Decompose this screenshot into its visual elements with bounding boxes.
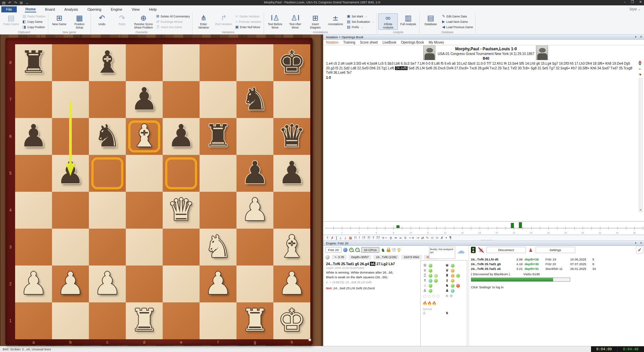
annotation-symbol-12[interactable]: +− bbox=[382, 236, 387, 240]
notation-tab-notation[interactable]: Notation bbox=[326, 41, 338, 45]
tab-board[interactable]: Board bbox=[44, 7, 55, 12]
notation-tab-livebook[interactable]: LiveBook bbox=[382, 41, 396, 45]
annotation-symbol-25[interactable]: ¶ bbox=[449, 236, 451, 240]
cloud-icon[interactable]: ☁ bbox=[457, 246, 465, 255]
panel-close-icon[interactable]: ✕ bbox=[640, 35, 642, 39]
tab-engine[interactable]: Engine bbox=[110, 7, 123, 12]
square-b1[interactable] bbox=[52, 302, 89, 339]
ribbon-button-exchange-moves[interactable]: ⇄Exchange Moves bbox=[155, 19, 191, 24]
square-b3[interactable] bbox=[52, 229, 89, 266]
tab-analysis[interactable]: Analysis bbox=[64, 7, 79, 12]
square-f1[interactable] bbox=[200, 302, 236, 339]
ribbon-button-paste-position[interactable]: ▥Paste Position bbox=[21, 14, 47, 19]
ribbon-button-copy-position[interactable]: ◨Copy Position bbox=[21, 24, 47, 30]
ribbon-button-insert-diagram[interactable]: ⊞Insert Diagram bbox=[306, 13, 325, 30]
ribbon-button-new-game[interactable]: ⊞New Game bbox=[50, 13, 69, 27]
square-h4[interactable] bbox=[273, 192, 310, 229]
annotation-symbol-3[interactable]: ⊥ bbox=[339, 236, 342, 240]
square-d2[interactable] bbox=[126, 266, 163, 302]
square-d5[interactable] bbox=[126, 155, 163, 192]
black-pawn-g5[interactable]: ♟ bbox=[236, 155, 273, 192]
square-d4[interactable] bbox=[126, 192, 163, 229]
square-d8[interactable] bbox=[126, 44, 163, 81]
blue-sphere-icon[interactable] bbox=[343, 248, 347, 252]
ribbon-button-copy-game[interactable]: ◧Copy Game bbox=[21, 19, 47, 24]
square-a5[interactable] bbox=[15, 155, 52, 192]
square-f8[interactable] bbox=[200, 44, 236, 81]
jump-back-icon[interactable]: ⇐ bbox=[639, 67, 641, 71]
annotation-symbol-19[interactable]: ⇄ bbox=[421, 236, 424, 240]
annotation-symbol-10[interactable]: ? bbox=[372, 236, 374, 240]
ribbon-button-delete-variation[interactable]: ⨯Delete Variation bbox=[234, 14, 262, 19]
black-knight-c6[interactable]: ♞ bbox=[89, 118, 126, 155]
black-rook-a8[interactable]: ♜ bbox=[15, 44, 52, 81]
scroll-down-icon[interactable]: ▼ bbox=[639, 209, 642, 212]
annotation-symbol-2[interactable]: ] bbox=[336, 236, 337, 240]
annotation-symbol-9[interactable]: ?! bbox=[367, 236, 370, 240]
white-knight-f3[interactable]: ♞ bbox=[200, 229, 236, 266]
white-pawn-c2[interactable]: ♟ bbox=[89, 266, 126, 302]
square-c3[interactable] bbox=[89, 229, 126, 266]
ribbon-button-text-after-move[interactable]: ♙IText After Move bbox=[285, 13, 305, 30]
tab-view[interactable]: View bbox=[131, 7, 140, 12]
dropdown-arrow-icon[interactable]: ⌄ bbox=[372, 20, 374, 23]
dropdown-arrow-icon[interactable]: ⌄ bbox=[365, 15, 367, 18]
panel-dropdown-icon[interactable]: ▾ bbox=[635, 35, 637, 39]
ribbon-button-database[interactable]: ▤Database bbox=[421, 13, 440, 27]
ribbon-button-insert-into-game[interactable]: ☰Insert Into Game bbox=[155, 24, 191, 30]
annotation-symbol-15[interactable]: ∞ bbox=[399, 236, 402, 240]
notation-tab-openings-book[interactable]: Openings Book bbox=[401, 41, 424, 45]
notation-tab-my-moves[interactable]: My Moves bbox=[429, 41, 444, 45]
ribbon-button-resolve-score-sheet-problem[interactable]: ⊕Resolve Score Sheet Problem bbox=[132, 13, 155, 30]
cloud-analysis-row-2[interactable]: 24...Txf6 25.Tad1 a53.21depth=31Stockfis… bbox=[471, 266, 602, 271]
white-rook-d1[interactable]: ♜ bbox=[126, 302, 163, 339]
square-e2[interactable] bbox=[163, 266, 200, 302]
ribbon-button-position-setup[interactable]: ▦Position Setup bbox=[70, 13, 89, 30]
maximize-icon[interactable]: ❐ bbox=[631, 0, 634, 4]
current-move[interactable]: 24.exf6 bbox=[395, 66, 408, 70]
ribbon-button-set-mark[interactable]: ▣Set Mark⌄ bbox=[346, 14, 375, 19]
black-pawn-h5[interactable]: ♟ bbox=[273, 155, 310, 192]
kibitzer-icon[interactable]: ♟ bbox=[529, 247, 533, 253]
annotation-symbol-20[interactable]: ✎ bbox=[426, 236, 429, 240]
cloud-analysis-rows[interactable]: 24...Txf6 25.Lf4 d52.99depth=26Fritz 191… bbox=[471, 257, 602, 271]
black-knight-g7[interactable]: ♞ bbox=[236, 81, 273, 118]
engine-main-line[interactable]: 24...Txf6 25.Tad1 g5 26.g4 b5 27.Lg2 Lb7 bbox=[326, 262, 417, 266]
black-pawn-d7[interactable]: ♟ bbox=[126, 81, 163, 118]
bulb-icon[interactable] bbox=[397, 248, 400, 251]
annotation-symbol-4[interactable]: ⊥ bbox=[344, 236, 347, 240]
square-g6[interactable] bbox=[236, 118, 273, 155]
white-king-h1[interactable]: ♚ bbox=[273, 302, 310, 339]
ribbon-button-redo[interactable]: ↷Redo bbox=[112, 13, 132, 27]
engine-panel-header[interactable]: Engine: Fritz 20 ▾✕ bbox=[323, 241, 644, 246]
notation-scrollbar[interactable]: ▼ bbox=[639, 78, 643, 212]
square-b8[interactable] bbox=[52, 44, 89, 81]
engine-not-line[interactable]: Not: 24...Se8 25.Lf4 Sxf6 26.Dxc6 bbox=[326, 286, 417, 290]
square-e8[interactable] bbox=[163, 44, 200, 81]
knight-icon[interactable]: ♞ bbox=[381, 248, 385, 252]
annotation-symbol-24[interactable]: • bbox=[445, 236, 447, 240]
notation-tab-training[interactable]: Training bbox=[343, 41, 355, 45]
profile-bar-move-10[interactable] bbox=[396, 225, 399, 228]
black-pawn-e6[interactable]: ♟ bbox=[163, 118, 200, 155]
annotation-symbol-0[interactable]: ↑ bbox=[326, 236, 329, 240]
annotation-symbol-14[interactable]: = bbox=[394, 236, 397, 240]
ribbon-button-load-previous-game[interactable]: ◀Load Previous Game bbox=[441, 24, 474, 30]
tab-opening[interactable]: Opening bbox=[87, 7, 102, 12]
annotation-symbol-17[interactable]: −+ bbox=[409, 236, 415, 240]
square-a7[interactable] bbox=[15, 81, 52, 118]
square-f5[interactable] bbox=[200, 155, 236, 192]
annotation-symbol-11[interactable]: ?? bbox=[376, 236, 380, 240]
square-b6[interactable] bbox=[52, 118, 89, 155]
annotation-symbol-8[interactable]: !? bbox=[362, 236, 365, 240]
annotation-symbol-21[interactable]: ✩ bbox=[431, 236, 433, 240]
square-b7[interactable] bbox=[52, 81, 89, 118]
engine-disabled-icon[interactable]: ▣ bbox=[478, 247, 484, 253]
black-rook-f6[interactable]: ♜ bbox=[200, 118, 236, 155]
magnifier-minus-icon[interactable]: − bbox=[355, 248, 360, 252]
minimize-icon[interactable]: – bbox=[624, 0, 626, 4]
settings-button[interactable]: Settings bbox=[536, 247, 575, 253]
ribbon-button-paste-game[interactable]: ▤Paste Game bbox=[1, 13, 21, 27]
tab-help[interactable]: Help bbox=[148, 7, 157, 12]
annotation-symbol-7[interactable]: ! bbox=[359, 236, 360, 240]
